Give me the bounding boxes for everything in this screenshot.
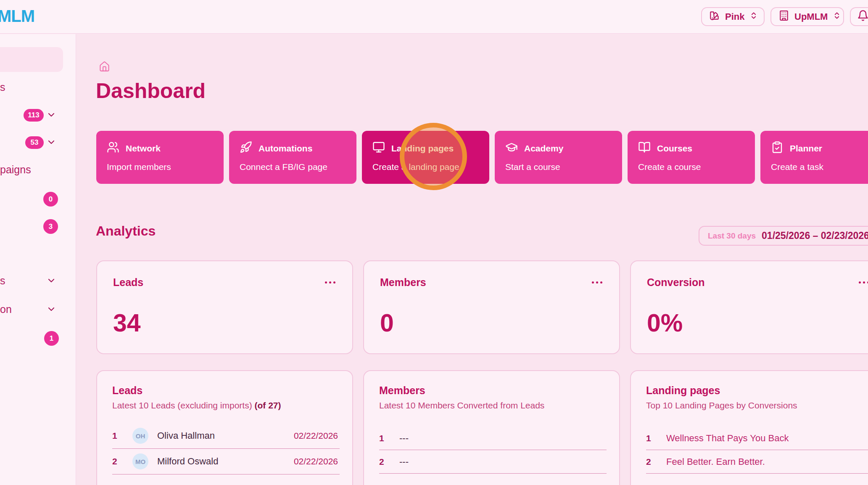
quick-action-automations[interactable]: Automations Connect a FB/IG page	[229, 131, 356, 184]
lead-row[interactable]: 1 OH Oliva Hallman 02/22/2026	[112, 423, 340, 449]
topbar: MLM Pink UpMLM	[0, 0, 868, 34]
sidebar: s 113 53 paigns 0 3 s on 1	[0, 34, 76, 485]
date-range-picker[interactable]: Last 30 days 01/25/2026 – 02/23/2026	[699, 226, 868, 246]
book-open-icon	[638, 141, 651, 156]
sidebar-item-label[interactable]: on	[0, 303, 12, 315]
row-number: 2	[112, 456, 126, 466]
org-select[interactable]: UpMLM	[770, 7, 844, 26]
sidebar-item-label[interactable]: s	[0, 81, 5, 93]
stat-card-leads: Leads 34	[96, 260, 353, 354]
avatar: MO	[132, 453, 148, 469]
building-icon	[778, 10, 789, 24]
quick-action-network[interactable]: Network Import members	[96, 131, 224, 184]
lead-name: Milford Oswald	[157, 456, 294, 467]
quick-action-title: Academy	[524, 143, 563, 154]
stat-card-conversion: Conversion 0%	[630, 260, 868, 354]
date-range-preset: Last 30 days	[708, 231, 756, 241]
landing-page-name: Feel Better. Earn Better.	[666, 456, 765, 467]
ellipsis-menu-icon[interactable]	[858, 279, 868, 286]
quick-action-title: Planner	[790, 143, 822, 154]
row-number: 1	[646, 433, 660, 443]
landing-page-row[interactable]: 2 Feel Better. Earn Better.	[646, 450, 868, 474]
chevron-down-icon[interactable]	[46, 137, 56, 149]
home-breadcrumb-icon[interactable]	[99, 61, 110, 74]
lead-row[interactable]: 2 MO Milford Oswald 02/22/2026	[112, 449, 340, 474]
lead-date: 02/22/2026	[294, 456, 340, 466]
notifications-button[interactable]	[850, 7, 868, 26]
chevron-down-icon[interactable]	[46, 276, 56, 287]
row-number: 1	[112, 431, 126, 441]
quick-action-subtitle: Connect a FB/IG page	[240, 162, 356, 172]
member-row[interactable]: 1 ---	[379, 427, 607, 450]
rocket-icon	[240, 141, 252, 156]
list-title: Leads	[112, 384, 340, 397]
member-name: ---	[399, 456, 409, 467]
analytics-heading: Analytics	[96, 223, 156, 239]
row-number: 2	[646, 457, 660, 467]
lead-name: Oliva Hallman	[157, 430, 294, 441]
member-row[interactable]: 2 ---	[379, 450, 607, 474]
chevron-down-icon[interactable]	[46, 110, 56, 122]
landing-page-name: Wellness That Pays You Back	[666, 433, 789, 444]
graduation-cap-icon	[505, 141, 518, 156]
sidebar-item-campaigns[interactable]: paigns	[0, 164, 31, 176]
chevron-down-icon[interactable]	[46, 304, 56, 316]
sidebar-badge: 0	[43, 192, 58, 207]
swatch-book-icon	[709, 10, 720, 24]
quick-actions-row: Network Import members Automations Conne…	[96, 131, 868, 184]
lists-row: Leads Latest 10 Leads (excluding imports…	[96, 370, 868, 485]
quick-action-planner[interactable]: Planner Create a task	[760, 131, 868, 184]
stat-value: 0%	[647, 309, 868, 337]
stat-title: Leads	[113, 276, 143, 289]
chevrons-up-down-icon	[749, 11, 758, 22]
main-content: Dashboard Network Import members Automat…	[76, 34, 868, 485]
ellipsis-menu-icon[interactable]	[324, 279, 336, 286]
stat-card-members: Members 0	[363, 260, 620, 354]
list-subtitle: Latest 10 Members Converted from Leads	[379, 400, 607, 411]
quick-action-title: Landing pages	[391, 143, 454, 154]
quick-action-subtitle: Create a task	[771, 162, 868, 172]
stat-title: Conversion	[647, 276, 705, 289]
quick-action-subtitle: Create a landing page	[372, 162, 489, 172]
sidebar-badge: 3	[43, 219, 58, 234]
lead-date: 02/22/2026	[294, 431, 340, 441]
theme-select[interactable]: Pink	[701, 7, 765, 26]
quick-action-subtitle: Create a course	[638, 162, 755, 172]
sidebar-item-selected[interactable]	[0, 47, 63, 72]
chevrons-up-down-icon	[833, 11, 841, 22]
app-logo: MLM	[0, 7, 34, 26]
page-title: Dashboard	[96, 79, 206, 103]
quick-action-title: Courses	[657, 143, 692, 154]
quick-action-title: Network	[126, 143, 161, 154]
quick-action-courses[interactable]: Courses Create a course	[628, 131, 755, 184]
landing-page-row[interactable]: 1 Wellness That Pays You Back	[646, 427, 868, 450]
quick-action-subtitle: Import members	[107, 162, 224, 172]
quick-action-subtitle: Start a course	[505, 162, 622, 172]
stat-title: Members	[380, 276, 426, 289]
sidebar-badge: 53	[25, 136, 44, 149]
row-number: 2	[379, 457, 393, 467]
row-number: 1	[379, 433, 393, 443]
sidebar-item-label[interactable]: s	[0, 275, 5, 287]
quick-action-landing-pages[interactable]: Landing pages Create a landing page	[362, 131, 489, 184]
list-title: Members	[379, 384, 607, 397]
users-icon	[107, 141, 119, 156]
theme-select-label: Pink	[725, 11, 744, 22]
stat-value: 34	[113, 309, 336, 337]
quick-action-academy[interactable]: Academy Start a course	[495, 131, 622, 184]
list-subtitle: Top 10 Landing Pages by Conversions	[646, 400, 868, 411]
stat-value: 0	[380, 309, 603, 337]
org-select-label: UpMLM	[794, 11, 828, 22]
clipboard-check-icon	[771, 141, 784, 156]
ellipsis-menu-icon[interactable]	[591, 279, 603, 286]
bell-icon	[857, 10, 868, 24]
monitor-icon	[372, 141, 385, 156]
sidebar-badge: 1	[44, 331, 59, 346]
list-subtitle: Latest 10 Leads (excluding imports) (of …	[112, 400, 340, 411]
member-name: ---	[399, 433, 409, 444]
avatar: OH	[132, 428, 148, 444]
quick-action-title: Automations	[259, 143, 312, 154]
list-title: Landing pages	[646, 384, 868, 397]
sidebar-badge: 113	[24, 109, 44, 122]
list-card-members: Members Latest 10 Members Converted from…	[363, 370, 620, 485]
